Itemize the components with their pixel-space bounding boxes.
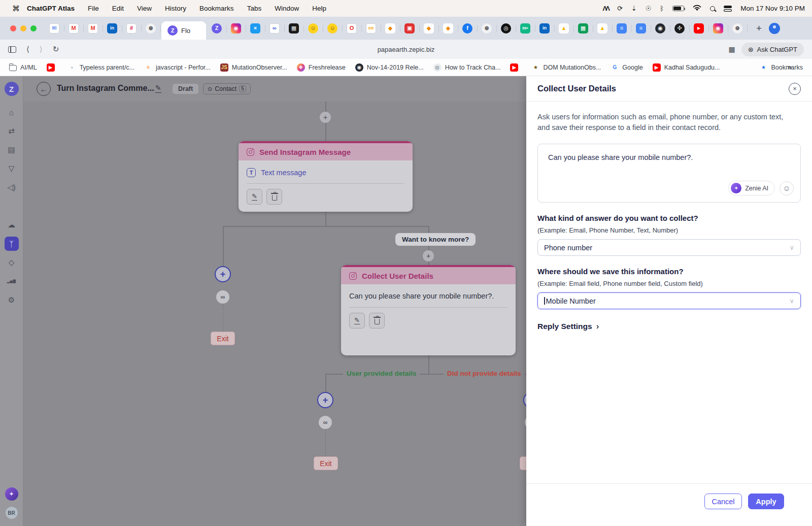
delete-node-button[interactable] [369, 313, 385, 328]
bookmarks-overflow-chevron[interactable]: » [788, 63, 792, 71]
link-step-icon[interactable]: ∞ [216, 290, 229, 304]
zoho-one-icon[interactable]: O [347, 23, 357, 34]
zepic-tab-icon[interactable]: Z [212, 23, 222, 34]
close-window-button[interactable] [10, 25, 16, 31]
downloads-icon[interactable]: ⇣ [631, 5, 637, 12]
github-icon[interactable]: ◉ [655, 23, 665, 34]
instagram-icon-2[interactable]: ◉ [713, 23, 723, 34]
browser-profile-avatar[interactable] [769, 23, 780, 34]
menu-bookmarks[interactable]: Bookmarks [199, 5, 234, 12]
spotlight-search-icon[interactable] [710, 6, 715, 11]
gdocs-icon[interactable]: ≡ [617, 23, 627, 34]
aws-cube-icon-2[interactable]: ◆ [424, 23, 434, 34]
bookmark-nov-release[interactable]: ◉ Nov-14-2019 Rele... [355, 63, 424, 72]
zepic-logo-icon[interactable]: Z [5, 82, 19, 96]
add-step-button-top[interactable]: + [320, 112, 331, 123]
x-blue-icon[interactable]: × [250, 23, 260, 34]
sidebar-flows-icon[interactable]: ⇄ [5, 124, 19, 138]
sidebar-flow-builder-icon[interactable]: ᛉ [5, 237, 19, 251]
edit-node-button[interactable]: ✎ [349, 313, 365, 328]
link-step-icon[interactable]: ∞ [319, 416, 332, 429]
youtube-icon[interactable]: ▶ [694, 23, 704, 34]
menu-window[interactable]: Window [275, 5, 299, 12]
reload-button[interactable]: ↻ [53, 45, 59, 54]
ask-chatgpt-button[interactable]: ⊛ Ask ChatGPT [741, 43, 804, 56]
sidebar-analytics-icon[interactable]: ▂▅▇ [5, 274, 19, 288]
emoji-picker-button[interactable]: ☺ [780, 181, 794, 195]
aws-cube-icon-3[interactable]: ◆ [443, 23, 453, 34]
add-step-button-branch[interactable]: + [423, 250, 434, 261]
zoom-window-button[interactable] [30, 25, 37, 31]
menu-app-name[interactable]: ChatGPT Atlas [27, 5, 75, 12]
bookmark-bookmarks[interactable]: ★ Bookmarks [759, 63, 803, 72]
cancel-button[interactable]: Cancel [704, 494, 742, 509]
chatgpt-icon-3[interactable]: ⊛ [732, 23, 742, 34]
sidebar-contacts-icon[interactable]: ▤ [5, 143, 19, 157]
exit-node-2[interactable]: Exit [314, 456, 338, 470]
flow-title-edit-icon[interactable]: ✎ [155, 84, 161, 93]
apple-menu-icon[interactable]: ⌘ [12, 4, 20, 13]
menu-view[interactable]: View [137, 5, 152, 12]
exit-node-1[interactable]: Exit [211, 332, 235, 345]
apply-button[interactable]: Apply [748, 494, 784, 509]
menu-tabs[interactable]: Tabs [247, 5, 262, 12]
sidebar-toggle-icon[interactable] [8, 46, 16, 53]
bookmark-youtube-2[interactable]: ▶ [510, 63, 522, 72]
bookmark-mutationobserver[interactable]: JS MutationObserver... [220, 63, 287, 72]
linkedin-icon[interactable]: in [107, 23, 117, 34]
bookmark-javascript-perf[interactable]: ≡ javascript - Perfor... [144, 63, 211, 72]
bookmark-youtube[interactable]: ▶ [47, 63, 58, 72]
question-message-input[interactable]: Can you please share your mobile number?… [537, 144, 801, 203]
sidebar-segments-icon[interactable]: ▽ [5, 161, 19, 176]
shortcuts-icon[interactable]: ⟳ [617, 5, 623, 12]
menu-file[interactable]: File [88, 5, 99, 12]
huggingface-icon[interactable]: ☺ [308, 23, 318, 34]
accessibility-icon[interactable]: ☉ [646, 5, 652, 12]
new-tab-button[interactable]: + [756, 23, 762, 34]
dark-grid-icon[interactable]: ▦ [289, 23, 299, 34]
sidebar-inbox-icon[interactable]: ☁ [5, 218, 19, 232]
save-field-select[interactable]: Mobile Number ∨ [537, 292, 801, 309]
gmail-icon-2[interactable]: M [88, 23, 98, 34]
bookmark-kadhal[interactable]: ▶ Kadhal Sadugudu... [653, 63, 720, 72]
contact-badge[interactable]: ⊙ Contact 5 [203, 83, 251, 94]
text-message-row[interactable]: T Text message [247, 166, 404, 184]
gdrive-icon[interactable]: ▲ [559, 23, 569, 34]
address-bar-url[interactable]: papaearth.zepic.biz [0, 46, 812, 53]
dark-record-icon[interactable]: ◎ [501, 23, 511, 34]
node-collect-user-details[interactable]: Collect User Details Can you please shar… [341, 265, 516, 355]
forward-button[interactable]: ⟩ [40, 45, 43, 54]
wifi-icon[interactable] [693, 4, 701, 13]
menu-help[interactable]: Help [312, 5, 326, 12]
back-button[interactable]: ⟨ [26, 45, 29, 54]
page-capture-icon[interactable]: ▦ [728, 45, 735, 53]
huggingface-icon-2[interactable]: ☺ [327, 23, 337, 34]
reply-settings-link[interactable]: Reply Settings › [537, 321, 801, 332]
sidebar-settings-icon[interactable]: ⚙ [5, 293, 19, 307]
bookmark-freshrelease[interactable]: ❖ Freshrelease [297, 63, 346, 72]
close-panel-button[interactable]: × [789, 83, 801, 95]
instagram-icon[interactable]: ◉ [231, 23, 241, 34]
user-avatar[interactable]: BR [6, 507, 18, 519]
bookmark-track-changes[interactable]: ◍ How to Track Cha... [433, 63, 501, 72]
gdrive-icon-2[interactable]: ▲ [597, 23, 607, 34]
zenie-ai-button[interactable]: ✦ Zenie AI [728, 181, 775, 195]
gdocs-icon-2[interactable]: ≡ [636, 23, 646, 34]
zenie-ai-sidebar-icon[interactable]: ✦ [5, 487, 18, 501]
chatgpt-icon-2[interactable]: ⊛ [482, 23, 492, 34]
add-step-button-left[interactable]: + [215, 266, 231, 282]
co-orange-icon[interactable]: co [366, 23, 376, 34]
bluetooth-icon[interactable]: ᛒ [660, 5, 664, 12]
bookmark-dom-mutationobs[interactable]: ★ DOM MutationObs... [531, 63, 601, 72]
menubar-clock[interactable]: Mon 17 Nov 9:10 PM [740, 5, 805, 12]
menu-history[interactable]: History [165, 5, 186, 12]
control-center-icon[interactable] [724, 6, 732, 12]
gmail-icon[interactable]: M [69, 23, 79, 34]
battery-icon[interactable] [672, 6, 684, 11]
slack-icon[interactable]: # [126, 23, 137, 34]
bookmark-typeless[interactable]: ● Typeless parent/c... [68, 63, 134, 72]
node-send-instagram-message[interactable]: Send Instagram Message T Text message ✎ [239, 141, 413, 212]
bookmark-ai-ml[interactable]: AI/ML [9, 64, 37, 71]
tab-flow-active[interactable]: Z Flo [161, 21, 206, 40]
claude-dark-icon[interactable]: ✣ [674, 23, 685, 34]
